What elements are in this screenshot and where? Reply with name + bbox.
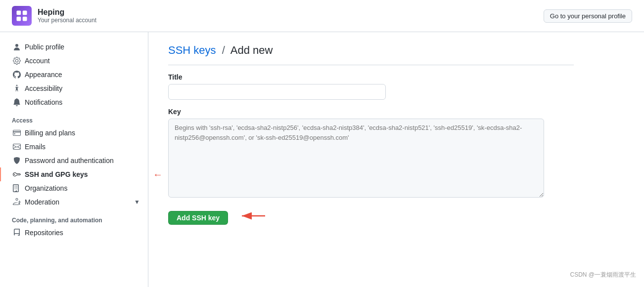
- sidebar-label-emails: Emails: [25, 143, 46, 151]
- header-username: Heping: [38, 8, 96, 17]
- watermark: CSDN @一蓑烟雨渡平生: [570, 271, 636, 279]
- sidebar-item-notifications[interactable]: Notifications: [0, 95, 148, 109]
- org-icon: [13, 184, 21, 192]
- personal-profile-button[interactable]: Go to your personal profile: [544, 9, 632, 23]
- sidebar-label-account: Account: [25, 57, 50, 65]
- credit-card-icon: [13, 129, 21, 137]
- key-icon: [13, 170, 21, 178]
- sidebar-label-ssh-keys: SSH and GPG keys: [25, 170, 88, 178]
- gear-icon: [13, 57, 21, 65]
- moderation-icon: [13, 198, 21, 206]
- breadcrumb-current: Add new: [230, 44, 273, 56]
- sidebar-item-accessibility[interactable]: Accessibility: [0, 82, 148, 95]
- shield-icon: [13, 157, 21, 164]
- sidebar-label-moderation: Moderation: [25, 198, 59, 206]
- title-form-group: Title: [168, 73, 574, 100]
- sidebar-item-ssh-keys[interactable]: SSH and GPG keys ←: [0, 167, 148, 181]
- sidebar-label-public-profile: Public profile: [25, 43, 64, 51]
- sidebar-item-emails[interactable]: Emails: [0, 140, 148, 154]
- avatar: [12, 6, 32, 26]
- chevron-down-icon: ▼: [134, 199, 140, 205]
- title-input[interactable]: [168, 84, 386, 100]
- sidebar-label-appearance: Appearance: [25, 71, 62, 79]
- mail-icon: [13, 143, 21, 151]
- svg-rect-0: [17, 11, 21, 15]
- page-layout: Public profile Account Appearance: [0, 32, 644, 287]
- header-subtitle: Your personal account: [38, 17, 96, 24]
- svg-rect-3: [23, 17, 27, 21]
- sidebar-label-notifications: Notifications: [25, 98, 62, 106]
- sidebar-item-moderation[interactable]: Moderation ▼: [0, 195, 148, 209]
- bell-icon: [13, 98, 21, 106]
- sidebar-item-organizations[interactable]: Organizations: [0, 181, 148, 195]
- accessibility-icon: [13, 84, 21, 92]
- breadcrumb-link[interactable]: SSH keys: [168, 44, 216, 56]
- sidebar-label-billing: Billing and plans: [25, 129, 75, 137]
- access-section-label: Access: [0, 109, 148, 126]
- repo-icon: [13, 229, 21, 237]
- sidebar-label-repositories: Repositories: [25, 229, 63, 237]
- key-textarea[interactable]: [168, 119, 544, 198]
- add-ssh-key-button[interactable]: Add SSH key: [168, 211, 228, 225]
- title-label: Title: [168, 73, 574, 81]
- sidebar-item-password[interactable]: Password and authentication: [0, 154, 148, 167]
- header-user-info: Heping Your personal account: [38, 8, 96, 24]
- code-section-label: Code, planning, and automation: [0, 209, 148, 226]
- sidebar-label-accessibility: Accessibility: [25, 84, 62, 92]
- sidebar-item-billing[interactable]: Billing and plans: [0, 126, 148, 140]
- key-label: Key: [168, 108, 574, 116]
- page-breadcrumb: SSH keys / Add new: [168, 44, 574, 65]
- sidebar-label-organizations: Organizations: [25, 184, 67, 192]
- sidebar-item-account[interactable]: Account: [0, 54, 148, 68]
- sidebar: Public profile Account Appearance: [0, 32, 148, 287]
- key-form-group: Key: [168, 108, 574, 199]
- sidebar-item-public-profile[interactable]: Public profile: [0, 40, 148, 54]
- main-content: SSH keys / Add new Title Key Add SSH key: [148, 32, 594, 287]
- sidebar-item-appearance[interactable]: Appearance: [0, 68, 148, 82]
- add-key-arrow: [238, 208, 268, 223]
- sidebar-label-password: Password and authentication: [25, 157, 114, 164]
- svg-rect-2: [17, 17, 21, 21]
- svg-rect-1: [23, 11, 27, 15]
- app-header: Heping Your personal account Go to your …: [0, 0, 644, 32]
- sidebar-item-repositories[interactable]: Repositories: [0, 226, 148, 240]
- header-brand: Heping Your personal account: [12, 6, 96, 26]
- submit-area: Add SSH key: [168, 207, 574, 225]
- person-icon: [13, 43, 21, 51]
- paintbrush-icon: [13, 71, 21, 79]
- breadcrumb-separator: /: [222, 44, 225, 56]
